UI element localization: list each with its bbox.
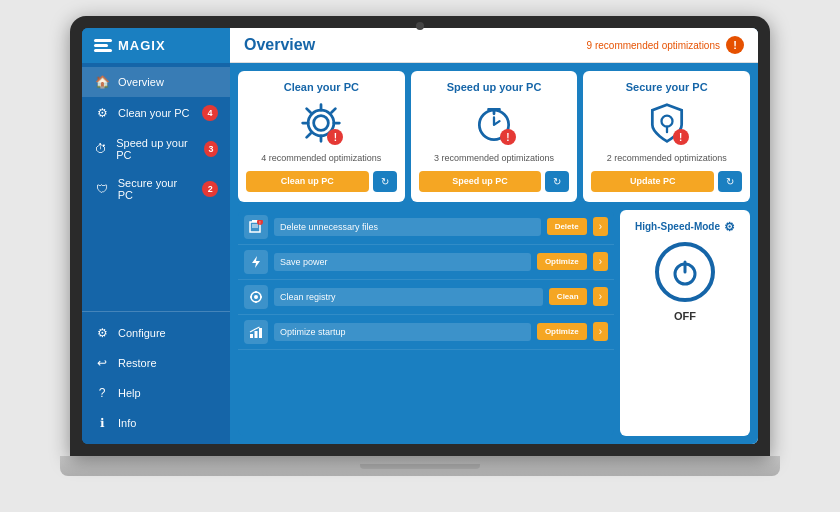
speed-badge: 3 xyxy=(204,141,218,157)
svg-text:!: ! xyxy=(259,220,260,226)
task-row-registry: Clean registry Clean › xyxy=(238,280,614,315)
svg-rect-18 xyxy=(255,331,258,338)
task-arrow-delete[interactable]: › xyxy=(593,217,608,236)
sidebar-item-speed[interactable]: ⏱ Speed up your PC 3 xyxy=(82,129,230,169)
screen: MAGIX 🏠 Overview ⚙ Clean your PC 4 ⏱ Spe… xyxy=(82,28,758,444)
svg-marker-10 xyxy=(252,256,260,268)
speed-card: Speed up your PC ! 3 recommended optimiz… xyxy=(411,71,578,202)
sidebar-item-configure[interactable]: ⚙ Configure xyxy=(82,318,230,348)
task-button-startup[interactable]: Optimize xyxy=(537,323,587,340)
secure-card-desc: 2 recommended optimizations xyxy=(607,153,727,165)
clean-refresh-button[interactable]: ↻ xyxy=(373,171,397,192)
sidebar-label-overview: Overview xyxy=(118,76,164,88)
cards-row: Clean your PC ! 4 recommended optimizati… xyxy=(230,63,758,210)
svg-point-3 xyxy=(661,116,672,127)
speed-mode-status: OFF xyxy=(674,310,696,322)
speed-card-icon-area: ! xyxy=(470,99,518,147)
task-arrow-startup[interactable]: › xyxy=(593,322,608,341)
alert-icon: ! xyxy=(726,36,744,54)
laptop: MAGIX 🏠 Overview ⚙ Clean your PC 4 ⏱ Spe… xyxy=(60,16,780,496)
speed-card-desc: 3 recommended optimizations xyxy=(434,153,554,165)
restore-icon: ↩ xyxy=(94,356,110,370)
shield-sidebar-icon: 🛡 xyxy=(94,182,110,196)
sidebar-item-info[interactable]: ℹ Info xyxy=(82,408,230,438)
logo-text: MAGIX xyxy=(118,38,166,53)
clean-card-actions: Clean up PC ↻ xyxy=(246,171,397,192)
secure-refresh-button[interactable]: ↻ xyxy=(718,171,742,192)
sidebar-label-help: Help xyxy=(118,387,141,399)
page-title: Overview xyxy=(244,36,315,54)
secure-badge: 2 xyxy=(202,181,218,197)
tasks-panel: ! Delete unnecessary files Delete › xyxy=(238,210,614,436)
clean-card-icon-area: ! xyxy=(297,99,345,147)
task-button-delete[interactable]: Delete xyxy=(547,218,587,235)
logo-icon xyxy=(94,39,112,52)
laptop-base xyxy=(60,456,780,476)
power-button[interactable] xyxy=(655,242,715,302)
speed-warning-badge: ! xyxy=(500,129,516,145)
speed-mode-panel: High-Speed-Mode ⚙ OFF xyxy=(620,210,750,436)
clock-sidebar-icon: ⏱ xyxy=(94,142,108,156)
task-icon-startup xyxy=(244,320,268,344)
sidebar-label-restore: Restore xyxy=(118,357,157,369)
speed-card-title: Speed up your PC xyxy=(447,81,542,93)
screen-shell: MAGIX 🏠 Overview ⚙ Clean your PC 4 ⏱ Spe… xyxy=(70,16,770,456)
speed-mode-title: High-Speed-Mode ⚙ xyxy=(635,220,735,234)
sidebar-item-help[interactable]: ? Help xyxy=(82,378,230,408)
main-header: Overview 9 recommended optimizations ! xyxy=(230,28,758,63)
info-icon: ℹ xyxy=(94,416,110,430)
secure-card-title: Secure your PC xyxy=(626,81,708,93)
clean-action-button[interactable]: Clean up PC xyxy=(246,171,369,192)
task-button-registry[interactable]: Clean xyxy=(549,288,587,305)
power-icon xyxy=(669,256,701,288)
task-icon-power xyxy=(244,250,268,274)
task-row-power: Save power Optimize › xyxy=(238,245,614,280)
sidebar-item-restore[interactable]: ↩ Restore xyxy=(82,348,230,378)
home-icon: 🏠 xyxy=(94,75,110,89)
logo-area: MAGIX xyxy=(82,28,230,63)
clean-card-title: Clean your PC xyxy=(284,81,359,93)
task-row-startup: Optimize startup Optimize › xyxy=(238,315,614,350)
secure-action-button[interactable]: Update PC xyxy=(591,171,714,192)
sidebar: MAGIX 🏠 Overview ⚙ Clean your PC 4 ⏱ Spe… xyxy=(82,28,230,444)
secure-card-icon-area: ! xyxy=(643,99,691,147)
svg-rect-19 xyxy=(259,328,262,338)
task-icon-delete: ! xyxy=(244,215,268,239)
task-arrow-registry[interactable]: › xyxy=(593,287,608,306)
task-row-delete: ! Delete unnecessary files Delete › xyxy=(238,210,614,245)
clean-badge: 4 xyxy=(202,105,218,121)
alert-banner: 9 recommended optimizations ! xyxy=(587,36,744,54)
speed-refresh-button[interactable]: ↻ xyxy=(545,171,569,192)
sidebar-label-info: Info xyxy=(118,417,136,429)
sidebar-item-overview[interactable]: 🏠 Overview xyxy=(82,67,230,97)
gear-sidebar-icon: ⚙ xyxy=(94,106,110,120)
sidebar-item-clean[interactable]: ⚙ Clean your PC 4 xyxy=(82,97,230,129)
clean-card-desc: 4 recommended optimizations xyxy=(261,153,381,165)
help-icon: ? xyxy=(94,386,110,400)
clean-card: Clean your PC ! 4 recommended optimizati… xyxy=(238,71,405,202)
speed-card-actions: Speed up PC ↻ xyxy=(419,171,570,192)
gear-speed-icon: ⚙ xyxy=(724,220,735,234)
task-button-power[interactable]: Optimize xyxy=(537,253,587,270)
svg-rect-17 xyxy=(250,334,253,338)
svg-point-12 xyxy=(254,295,258,299)
task-arrow-power[interactable]: › xyxy=(593,252,608,271)
sidebar-nav: 🏠 Overview ⚙ Clean your PC 4 ⏱ Speed up … xyxy=(82,63,230,311)
sidebar-item-secure[interactable]: 🛡 Secure your PC 2 xyxy=(82,169,230,209)
main-content: Overview 9 recommended optimizations ! C… xyxy=(230,28,758,444)
alert-text: 9 recommended optimizations xyxy=(587,40,720,51)
task-name-registry: Clean registry xyxy=(274,288,543,306)
secure-card-actions: Update PC ↻ xyxy=(591,171,742,192)
task-name-power: Save power xyxy=(274,253,531,271)
sidebar-label-secure: Secure your PC xyxy=(118,177,194,201)
sidebar-label-configure: Configure xyxy=(118,327,166,339)
task-icon-registry xyxy=(244,285,268,309)
task-name-startup: Optimize startup xyxy=(274,323,531,341)
sidebar-label-speed: Speed up your PC xyxy=(116,137,196,161)
secure-card: Secure your PC ! 2 recommended optimizat… xyxy=(583,71,750,202)
svg-point-0 xyxy=(314,116,329,131)
speed-action-button[interactable]: Speed up PC xyxy=(419,171,542,192)
sidebar-label-clean: Clean your PC xyxy=(118,107,190,119)
bottom-section: ! Delete unnecessary files Delete › xyxy=(230,210,758,444)
secure-warning-badge: ! xyxy=(673,129,689,145)
